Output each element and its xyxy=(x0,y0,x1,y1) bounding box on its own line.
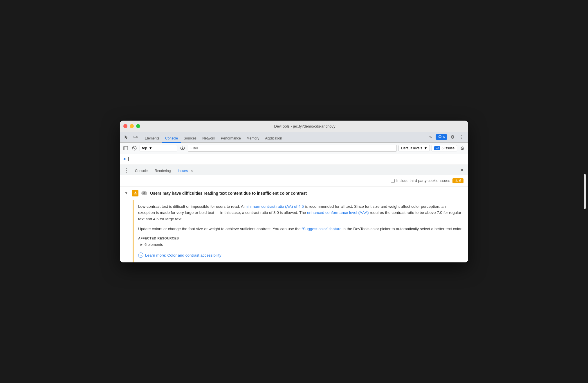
console-prompt: > xyxy=(123,157,126,162)
show-sidebar-icon[interactable] xyxy=(122,145,129,152)
issue-title: Users may have difficulties reading text… xyxy=(150,191,307,196)
bottom-tabs-more-icon[interactable]: ⋮ xyxy=(122,167,130,175)
svg-line-5 xyxy=(133,147,136,149)
tab-elements[interactable]: Elements xyxy=(142,135,162,143)
issues-toolbar-label: 6 Issues xyxy=(441,146,454,150)
issue-count: 6 xyxy=(141,191,147,195)
description-text-5: in the DevTools color picker to automati… xyxy=(342,227,462,231)
bottom-tab-bar: ⋮ Console Rendering Issues ✕ ✕ xyxy=(120,165,468,175)
tab-sources[interactable]: Sources xyxy=(181,135,199,143)
warning-count-badge: ⚠ 6 xyxy=(452,178,463,183)
traffic-lights xyxy=(123,124,140,128)
issues-panel-header: Include third-party cookie issues ⚠ 6 xyxy=(120,175,468,187)
tab-memory[interactable]: Memory xyxy=(244,135,262,143)
tab-issues-close[interactable]: ✕ xyxy=(190,169,193,173)
tab-performance[interactable]: Performance xyxy=(218,135,244,143)
link-enhanced-conformance[interactable]: enhanced conformance level (AAA) xyxy=(307,210,369,215)
description-text-1: Low-contrast text is difficult or imposs… xyxy=(138,204,244,209)
affected-resources-label: AFFECTED RESOURCES xyxy=(138,237,463,240)
filter-input[interactable] xyxy=(188,145,397,152)
issues-toolbar-button[interactable]: 🗨 6 Issues xyxy=(432,145,457,151)
learn-more-section: → Learn more: Color and contrast accessi… xyxy=(138,253,463,258)
devtools-left-icons xyxy=(122,133,140,142)
svg-rect-2 xyxy=(124,146,128,150)
titlebar: DevTools - jec.fyi/demo/cds-anchovy xyxy=(120,121,468,132)
svg-rect-0 xyxy=(134,136,136,138)
tab-issues[interactable]: Issues ✕ xyxy=(174,167,196,175)
elements-toggle[interactable]: ▶ 6 elements xyxy=(140,242,463,247)
issues-badge-icon: 🗨 xyxy=(438,135,442,139)
elements-triangle-icon: ▶ xyxy=(140,243,143,246)
clear-console-icon[interactable] xyxy=(131,145,138,152)
warning-badge-icon: ⚠ xyxy=(455,179,458,183)
elements-count: 6 elements xyxy=(145,242,163,247)
svg-point-7 xyxy=(182,148,183,149)
issue-description-1: Low-contrast text is difficult or imposs… xyxy=(138,203,463,222)
third-party-label: Include third-party cookie issues xyxy=(396,178,450,183)
devtools-window: DevTools - jec.fyi/demo/cds-anchovy Elem… xyxy=(120,121,468,262)
warning-badge-count: 6 xyxy=(459,179,461,183)
learn-more-link[interactable]: → Learn more: Color and contrast accessi… xyxy=(138,253,221,258)
more-options-icon[interactable]: ⋮ xyxy=(458,133,466,141)
third-party-checkbox-label[interactable]: Include third-party cookie issues xyxy=(391,178,450,183)
settings-icon[interactable]: ⚙ xyxy=(448,133,457,141)
minimize-button[interactable] xyxy=(130,124,134,128)
tab-application[interactable]: Application xyxy=(262,135,285,143)
devtools-right-icons: » 🗨 6 ⚙ ⋮ xyxy=(426,133,466,142)
console-input-bar: > xyxy=(120,154,468,165)
console-cursor xyxy=(128,157,129,161)
third-party-checkbox[interactable] xyxy=(391,179,395,183)
console-settings-icon[interactable]: ⚙ xyxy=(459,145,466,152)
levels-label: Default levels xyxy=(401,146,422,150)
affected-resources-section: AFFECTED RESOURCES ▶ 6 elements xyxy=(138,237,463,247)
device-toolbar-icon[interactable] xyxy=(131,133,140,141)
issue-body: Low-contrast text is difficult or imposs… xyxy=(133,200,468,262)
tab-console[interactable]: Console xyxy=(162,135,181,143)
issues-count-badge[interactable]: 🗨 6 xyxy=(436,134,447,140)
issues-panel: Include third-party cookie issues ⚠ 6 ▼ … xyxy=(120,175,468,262)
context-dropdown-arrow: ▼ xyxy=(149,146,152,150)
link-suggest-color[interactable]: “Suggest color” feature xyxy=(302,227,341,231)
learn-more-text: Learn more: Color and contrast accessibi… xyxy=(145,253,221,257)
levels-arrow: ▼ xyxy=(424,146,427,150)
eye-icon[interactable] xyxy=(179,145,186,152)
learn-more-arrow-icon: → xyxy=(138,253,143,258)
console-toolbar: top ▼ Default levels ▼ 🗨 6 Issues ⚙ xyxy=(120,143,468,154)
context-selector[interactable]: top ▼ xyxy=(140,145,177,151)
context-value: top xyxy=(142,146,147,150)
link-minimum-contrast[interactable]: minimum contrast ratio (AA) of 4.5 xyxy=(244,204,304,209)
more-tabs-icon[interactable]: » xyxy=(426,133,434,141)
issues-toolbar-badge-icon: 🗨 xyxy=(434,146,440,150)
close-bottom-panel-icon[interactable]: ✕ xyxy=(458,167,466,175)
issue-warning-icon: ⚠ xyxy=(132,190,138,196)
issue-header[interactable]: ▼ ⚠ 6 Users may have difficulties readin… xyxy=(120,187,468,200)
issues-badge-count: 6 xyxy=(443,135,445,139)
issue-description-2: Update colors or change the font size or… xyxy=(138,226,463,232)
svg-rect-1 xyxy=(136,137,137,138)
description-text-4: Update colors or change the font size or… xyxy=(138,227,302,231)
close-button[interactable] xyxy=(123,124,127,128)
cursor-icon[interactable] xyxy=(122,133,130,141)
log-levels-selector[interactable]: Default levels ▼ xyxy=(398,145,430,151)
devtools-tab-bar: Elements Console Sources Network Perform… xyxy=(120,132,468,143)
window-title: DevTools - jec.fyi/demo/cds-anchovy xyxy=(145,124,465,128)
tab-rendering[interactable]: Rendering xyxy=(151,167,174,175)
tab-network[interactable]: Network xyxy=(199,135,218,143)
issue-chevron-icon: ▼ xyxy=(125,191,129,195)
tab-console-bottom[interactable]: Console xyxy=(131,167,151,175)
issue-item-color-contrast: ▼ ⚠ 6 Users may have difficulties readin… xyxy=(120,187,468,262)
maximize-button[interactable] xyxy=(136,124,140,128)
